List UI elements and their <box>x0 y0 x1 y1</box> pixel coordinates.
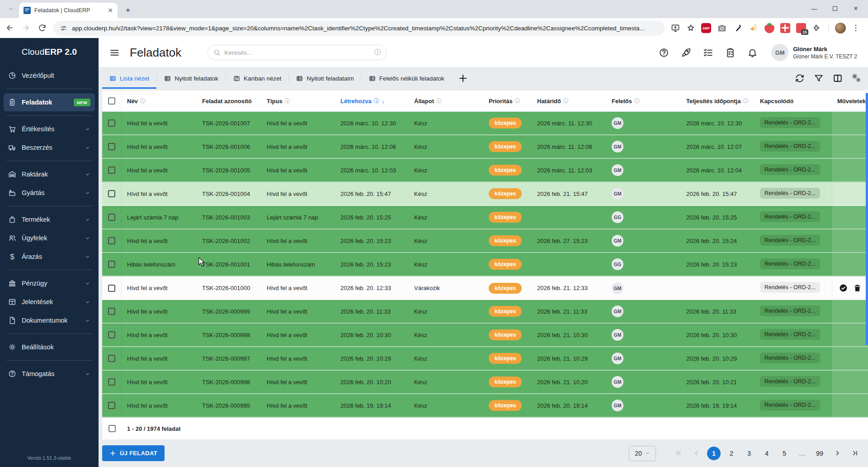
search-input[interactable] <box>224 49 371 56</box>
sidebar-item-dokumentumok[interactable]: Dokumentumok <box>4 311 95 329</box>
reload-button[interactable] <box>36 22 49 34</box>
table-row[interactable]: Hívd fel a vevőt TSK-2026-001000 Hívd fe… <box>102 276 868 300</box>
assignee-avatar[interactable]: GM <box>612 305 623 317</box>
row-checkbox[interactable] <box>108 261 115 268</box>
related-order-chip[interactable]: Rendelés - ORD-2... <box>760 188 820 199</box>
related-order-chip[interactable]: Rendelés - ORD-2... <box>760 376 820 387</box>
strawberry-extension-icon[interactable] <box>764 24 774 33</box>
assignee-avatar[interactable]: GM <box>612 353 623 364</box>
info-icon[interactable]: ⓘ <box>436 97 442 105</box>
row-checkbox[interactable] <box>108 237 115 244</box>
sidebar-item-vezérlőpult[interactable]: Vezérlőpult <box>4 67 95 85</box>
sidebar-item-raktárak[interactable]: Raktárak <box>4 165 95 183</box>
delete-task-icon[interactable] <box>853 284 862 292</box>
row-checkbox[interactable] <box>108 143 115 150</box>
new-task-button[interactable]: ÚJ FELADAT <box>102 445 165 461</box>
table-row[interactable]: Hívd fel a vevőt TSK-2026-001002 Hívd fe… <box>102 229 868 253</box>
view-tab-3[interactable]: Kanban nézet <box>226 71 288 89</box>
sidebar-item-beszerzés[interactable]: Beszerzés <box>4 138 95 157</box>
sidebar-item-ügyfelek[interactable]: Ügyfelek <box>4 229 95 247</box>
column-header[interactable]: Állapotⓘ <box>409 97 483 105</box>
table-scrollbar[interactable] <box>866 93 868 345</box>
related-order-chip[interactable]: Rendelés - ORD-2... <box>760 235 820 246</box>
row-checkbox[interactable] <box>108 308 115 315</box>
related-order-chip[interactable]: Rendelés - ORD-2... <box>760 258 820 269</box>
table-row[interactable]: Hívd fel a vevőt TSK-2026-001007 Hívd fe… <box>102 112 868 135</box>
column-header[interactable]: Prioritásⓘ <box>483 97 532 105</box>
table-row[interactable]: Lejárt számla 7 nap TSK-2026-001003 Lejá… <box>102 206 868 229</box>
column-header[interactable]: Felelősⓘ <box>606 97 681 105</box>
hamburger-menu-icon[interactable] <box>109 48 120 58</box>
sidebar-item-termékek[interactable]: Termékek <box>4 210 95 229</box>
assignee-avatar[interactable]: GM <box>612 400 623 411</box>
site-settings-icon[interactable] <box>60 24 67 32</box>
next-page-button[interactable] <box>830 447 844 460</box>
camera-extension-icon[interactable] <box>717 23 727 33</box>
adblock-extension-icon[interactable]: ABP <box>701 23 711 33</box>
info-icon[interactable]: ⓘ <box>515 97 520 105</box>
rocket-icon[interactable] <box>681 48 691 58</box>
add-view-button[interactable] <box>458 73 468 83</box>
assignee-avatar[interactable]: GM <box>612 235 623 247</box>
sidebar-item-értékesítés[interactable]: Értékesítés <box>4 120 95 138</box>
row-checkbox[interactable] <box>108 402 115 409</box>
related-order-chip[interactable]: Rendelés - ORD-2... <box>760 305 820 316</box>
related-order-chip[interactable]: Rendelés - ORD-2... <box>760 353 820 363</box>
column-header[interactable]: Teljesítés időpontjaⓘ <box>681 97 755 105</box>
view-tab-2[interactable]: Nyitott feladatok <box>157 71 226 89</box>
user-block[interactable]: GM Glóner Márk Glóner Márk E.V. TESZT 2 <box>771 44 857 61</box>
related-order-chip[interactable]: Rendelés - ORD-2... <box>760 282 820 293</box>
row-checkbox[interactable] <box>108 214 115 221</box>
table-row[interactable]: Hívd fel a vevőt TSK-2026-001004 Hívd fe… <box>102 182 868 206</box>
related-order-chip[interactable]: Rendelés - ORD-2... <box>760 400 820 410</box>
row-checkbox[interactable] <box>108 119 115 127</box>
sidebar-item-gyártás[interactable]: Gyártás <box>4 184 95 202</box>
badge-extension-icon[interactable]: 15 <box>796 23 806 33</box>
column-header[interactable]: Határidőⓘ <box>532 97 606 105</box>
page-button-99[interactable]: 99 <box>813 447 826 460</box>
info-icon[interactable]: ⓘ <box>374 97 379 105</box>
row-checkbox[interactable] <box>108 331 115 338</box>
forward-button[interactable] <box>20 22 33 34</box>
assignee-avatar[interactable]: GM <box>612 329 623 341</box>
page-button-4[interactable]: 4 <box>760 447 774 460</box>
info-icon[interactable]: ⓘ <box>140 97 146 105</box>
columns-icon[interactable] <box>833 73 843 83</box>
assignee-avatar[interactable]: GM <box>612 141 623 152</box>
sidebar-item-pénzügy[interactable]: Pénzügy <box>4 274 95 292</box>
window-maximize-button[interactable] <box>825 0 845 17</box>
column-header[interactable]: Névⓘ <box>122 97 197 105</box>
info-icon[interactable]: ⓘ <box>743 97 748 105</box>
row-checkbox[interactable] <box>108 285 115 292</box>
column-header[interactable]: Feladat azonosító <box>197 98 261 105</box>
sidebar-item-feladatok[interactable]: Feladatok NEW <box>4 93 95 111</box>
bell-icon[interactable] <box>747 48 758 58</box>
sidebar-item-támogatás[interactable]: Támogatás <box>4 365 95 383</box>
table-row[interactable]: Hívd fel a vevőt TSK-2026-000997 Hívd fe… <box>102 347 868 371</box>
column-header[interactable]: Létrehozvaⓘ↓ <box>335 97 409 105</box>
table-row[interactable]: Hibás telefonszám TSK-2026-001001 Hibás … <box>102 253 868 276</box>
assignee-avatar[interactable]: GM <box>612 164 623 176</box>
address-bar[interactable]: app.clouderp.hu/v2/task?view=2178&view_m… <box>53 21 665 36</box>
grid-extension-icon[interactable] <box>780 23 790 33</box>
sidebar-item-jelentések[interactable]: Jelentések <box>4 293 95 311</box>
related-order-chip[interactable]: Rendelés - ORD-2... <box>760 141 820 152</box>
last-page-button[interactable] <box>848 447 862 460</box>
sort-desc-icon[interactable]: ↓ <box>382 98 385 105</box>
footer-checkbox[interactable] <box>108 425 116 432</box>
view-tab-5[interactable]: Felelős nélküli feladatok <box>362 71 452 89</box>
related-order-chip[interactable]: Rendelés - ORD-2... <box>760 117 820 128</box>
page-button-1[interactable]: 1 <box>707 447 721 460</box>
page-button-3[interactable]: 3 <box>742 447 756 460</box>
first-page-button[interactable] <box>672 447 685 460</box>
prev-page-button[interactable] <box>689 447 703 460</box>
help-circle-icon[interactable] <box>659 48 669 58</box>
table-row[interactable]: Hívd fel a vevőt TSK-2026-000999 Hívd fe… <box>102 300 868 324</box>
table-row[interactable]: Hívd fel a vevőt TSK-2026-000998 Hívd fe… <box>102 324 868 347</box>
browser-tab[interactable]: Feladatok | CloudERP ✕ <box>19 3 118 18</box>
view-tab-1[interactable]: Lista nézet <box>102 71 156 89</box>
search-info-icon[interactable]: ⓘ <box>374 48 381 57</box>
window-close-button[interactable]: × <box>845 0 866 17</box>
assignee-avatar[interactable]: GM <box>612 282 623 294</box>
related-order-chip[interactable]: Rendelés - ORD-2... <box>760 211 820 222</box>
